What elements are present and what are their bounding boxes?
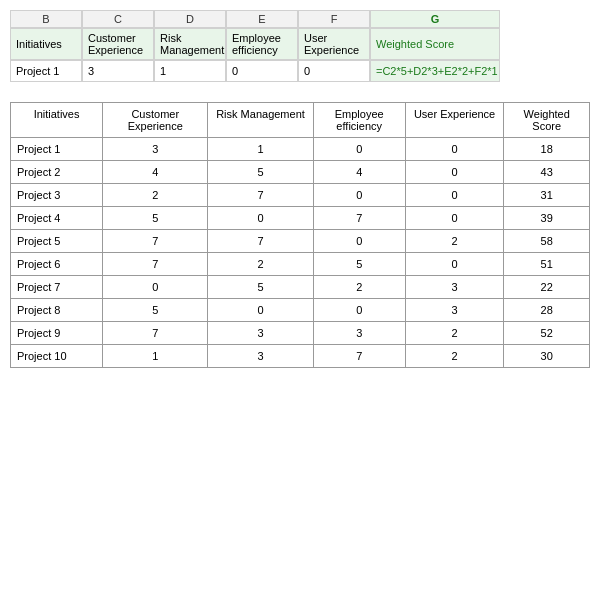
ss-header-employee[interactable]: Employee efficiency (226, 28, 298, 60)
table-cell[interactable]: 5 (313, 253, 405, 276)
th-initiatives: Initiatives (11, 103, 103, 138)
table-cell[interactable]: 3 (208, 345, 313, 368)
spreadsheet-header-row: Initiatives Customer Experience Risk Man… (10, 28, 590, 60)
main-table-section: Initiatives Customer Experience Risk Man… (10, 102, 590, 368)
table-cell[interactable]: 31 (504, 184, 590, 207)
table-cell[interactable]: 4 (103, 161, 208, 184)
table-cell[interactable]: 2 (208, 253, 313, 276)
spreadsheet-data-row: Project 1 3 1 0 0 =C2*5+D2*3+E2*2+F2*1 (10, 60, 590, 82)
table-cell[interactable]: 18 (504, 138, 590, 161)
col-header-g: G (370, 10, 500, 28)
table-cell[interactable]: 0 (208, 207, 313, 230)
data-table: Initiatives Customer Experience Risk Man… (10, 102, 590, 368)
table-cell[interactable]: 7 (103, 230, 208, 253)
table-cell[interactable]: 22 (504, 276, 590, 299)
ss-cell-e2[interactable]: 0 (226, 60, 298, 82)
table-cell[interactable]: 3 (103, 138, 208, 161)
table-cell[interactable]: 7 (313, 345, 405, 368)
table-cell[interactable]: 5 (103, 299, 208, 322)
table-cell[interactable]: 2 (405, 322, 504, 345)
table-row: Project 5770258 (11, 230, 590, 253)
table-cell[interactable]: 0 (103, 276, 208, 299)
table-cell[interactable]: Project 10 (11, 345, 103, 368)
table-cell[interactable]: 5 (103, 207, 208, 230)
table-cell[interactable]: 39 (504, 207, 590, 230)
table-cell[interactable]: 0 (405, 207, 504, 230)
table-cell[interactable]: 3 (208, 322, 313, 345)
table-cell[interactable]: 1 (103, 345, 208, 368)
table-cell[interactable]: 43 (504, 161, 590, 184)
table-cell[interactable]: 0 (313, 184, 405, 207)
table-cell[interactable]: 28 (504, 299, 590, 322)
spreadsheet-section: B C D E F G Initiatives Customer Experie… (10, 10, 590, 82)
table-cell[interactable]: 58 (504, 230, 590, 253)
table-row: Project 1310018 (11, 138, 590, 161)
table-cell[interactable]: Project 5 (11, 230, 103, 253)
table-cell[interactable]: 7 (208, 184, 313, 207)
table-cell[interactable]: Project 3 (11, 184, 103, 207)
table-cell[interactable]: Project 1 (11, 138, 103, 161)
table-cell[interactable]: 3 (405, 276, 504, 299)
th-user: User Experience (405, 103, 504, 138)
table-cell[interactable]: 7 (103, 253, 208, 276)
table-cell[interactable]: 3 (405, 299, 504, 322)
table-header-row: Initiatives Customer Experience Risk Man… (11, 103, 590, 138)
ss-cell-g2[interactable]: =C2*5+D2*3+E2*2+F2*1 (370, 60, 500, 82)
col-header-f: F (298, 10, 370, 28)
table-row: Project 8500328 (11, 299, 590, 322)
table-cell[interactable]: Project 9 (11, 322, 103, 345)
ss-cell-f2[interactable]: 0 (298, 60, 370, 82)
table-cell[interactable]: 0 (405, 253, 504, 276)
table-cell[interactable]: 2 (313, 276, 405, 299)
table-cell[interactable]: 0 (313, 299, 405, 322)
table-row: Project 3270031 (11, 184, 590, 207)
table-cell[interactable]: 7 (208, 230, 313, 253)
ss-cell-c2[interactable]: 3 (82, 60, 154, 82)
table-cell[interactable]: 52 (504, 322, 590, 345)
ss-header-initiatives[interactable]: Initiatives (10, 28, 82, 60)
table-row: Project 10137230 (11, 345, 590, 368)
th-employee: Employee efficiency (313, 103, 405, 138)
table-cell[interactable]: Project 2 (11, 161, 103, 184)
ss-cell-d2[interactable]: 1 (154, 60, 226, 82)
table-cell[interactable]: 4 (313, 161, 405, 184)
ss-header-user[interactable]: User Experience (298, 28, 370, 60)
col-headers-row: B C D E F G (10, 10, 590, 28)
table-cell[interactable]: 2 (103, 184, 208, 207)
ss-cell-project[interactable]: Project 1 (10, 60, 82, 82)
table-cell[interactable]: Project 8 (11, 299, 103, 322)
table-cell[interactable]: 0 (208, 299, 313, 322)
table-cell[interactable]: Project 4 (11, 207, 103, 230)
ss-header-customer[interactable]: Customer Experience (82, 28, 154, 60)
table-cell[interactable]: 2 (405, 345, 504, 368)
table-body: Project 1310018Project 2454043Project 32… (11, 138, 590, 368)
table-row: Project 4507039 (11, 207, 590, 230)
th-risk: Risk Management (208, 103, 313, 138)
ss-header-risk[interactable]: Risk Management (154, 28, 226, 60)
table-cell[interactable]: 0 (405, 138, 504, 161)
col-header-c: C (82, 10, 154, 28)
table-cell[interactable]: 30 (504, 345, 590, 368)
table-cell[interactable]: 2 (405, 230, 504, 253)
col-header-d: D (154, 10, 226, 28)
ss-header-weighted[interactable]: Weighted Score (370, 28, 500, 60)
table-cell[interactable]: 51 (504, 253, 590, 276)
table-row: Project 7052322 (11, 276, 590, 299)
table-row: Project 9733252 (11, 322, 590, 345)
table-row: Project 2454043 (11, 161, 590, 184)
table-cell[interactable]: 0 (405, 184, 504, 207)
table-cell[interactable]: 0 (313, 138, 405, 161)
table-cell[interactable]: 5 (208, 161, 313, 184)
table-cell[interactable]: 1 (208, 138, 313, 161)
table-cell[interactable]: 0 (405, 161, 504, 184)
table-cell[interactable]: 5 (208, 276, 313, 299)
table-cell[interactable]: 0 (313, 230, 405, 253)
col-header-e: E (226, 10, 298, 28)
table-cell[interactable]: 3 (313, 322, 405, 345)
table-cell[interactable]: 7 (313, 207, 405, 230)
th-weighted: Weighted Score (504, 103, 590, 138)
table-cell[interactable]: 7 (103, 322, 208, 345)
table-cell[interactable]: Project 6 (11, 253, 103, 276)
table-cell[interactable]: Project 7 (11, 276, 103, 299)
th-customer: Customer Experience (103, 103, 208, 138)
